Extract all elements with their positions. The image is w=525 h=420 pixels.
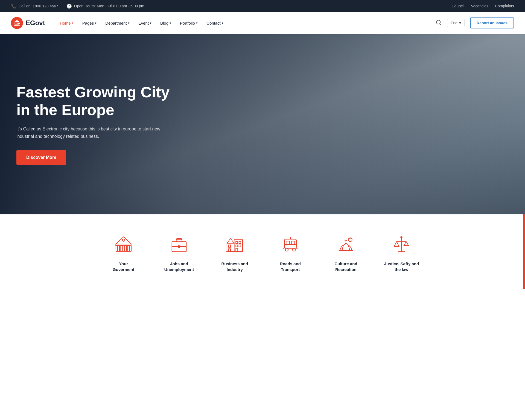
svg-rect-18	[229, 249, 231, 252]
phone-item: 📞 Call on: 1800 123 4567	[11, 4, 58, 9]
business-icon	[224, 234, 246, 255]
svg-rect-22	[239, 245, 241, 247]
dept-chevron: ▾	[128, 21, 130, 25]
svg-rect-17	[229, 245, 231, 247]
service-culture[interactable]: Culture andRecreation	[321, 228, 371, 278]
logo-icon	[11, 17, 23, 29]
language-selector[interactable]: Eng ▾	[447, 19, 465, 27]
government-icon	[113, 234, 135, 255]
nav-pages[interactable]: Pages ▾	[78, 12, 101, 34]
home-chevron: ▾	[72, 21, 74, 25]
discover-more-button[interactable]: Discover More	[16, 150, 66, 165]
blog-chevron: ▾	[170, 21, 171, 25]
svg-rect-20	[239, 242, 241, 244]
report-button[interactable]: Report an Issues	[470, 18, 514, 28]
hero-content: Fastest Growing City in the Europe It's …	[0, 83, 191, 165]
services-grid: YourGoverment Jobs andUnemployment	[98, 228, 427, 278]
contact-chevron: ▾	[222, 21, 223, 25]
nav-contact[interactable]: Contact ▾	[203, 12, 227, 34]
phone-icon: 📞	[11, 4, 16, 9]
transport-label: Roads andTransport	[280, 261, 301, 272]
complaints-link[interactable]: Complaints	[495, 4, 514, 8]
nav-portfolio[interactable]: Portfolio ▾	[176, 12, 202, 34]
nav-links: Home ▾ Pages ▾ Department ▾ Event ▾ Blog…	[56, 12, 436, 34]
svg-rect-19	[236, 242, 238, 244]
justice-label: Justice, Safty andthe law	[384, 261, 419, 272]
hero-section: Fastest Growing City in the Europe It's …	[0, 34, 525, 214]
jobs-label: Jobs andUnemployment	[164, 261, 194, 272]
transport-icon	[279, 234, 301, 255]
svg-rect-21	[236, 245, 238, 247]
service-transport[interactable]: Roads andTransport	[265, 228, 315, 278]
hero-title: Fastest Growing City in the Europe	[16, 83, 175, 119]
event-chevron: ▾	[150, 21, 151, 25]
svg-rect-23	[236, 248, 238, 252]
service-jobs[interactable]: Jobs andUnemployment	[154, 228, 204, 278]
lang-chevron: ▾	[459, 21, 461, 25]
phone-label: Call on: 1800 123 4567	[19, 4, 58, 8]
nav-home[interactable]: Home ▾	[56, 12, 77, 34]
culture-label: Culture andRecreation	[334, 261, 357, 272]
council-link[interactable]: Council	[452, 4, 465, 8]
service-your-government[interactable]: YourGoverment	[98, 228, 148, 278]
service-business[interactable]: Business andIndustry	[210, 228, 260, 278]
svg-marker-8	[116, 237, 131, 244]
logo[interactable]: EGovt	[11, 17, 45, 29]
nav-blog[interactable]: Blog ▾	[156, 12, 175, 34]
topbar-left: 📞 Call on: 1800 123 4567 🕐 Open Hours: M…	[11, 4, 144, 9]
services-section: YourGoverment Jobs andUnemployment	[0, 214, 525, 289]
svg-rect-5	[124, 246, 126, 251]
business-label: Business andIndustry	[221, 261, 248, 272]
topbar-right: Council Vacancies Complaints	[452, 4, 514, 8]
service-justice[interactable]: Justice, Safty andthe law	[377, 228, 427, 278]
portfolio-chevron: ▾	[196, 21, 198, 25]
svg-point-30	[293, 248, 296, 251]
svg-rect-16	[234, 240, 243, 252]
services-wrapper: YourGoverment Jobs andUnemployment	[0, 214, 525, 289]
svg-rect-27	[291, 241, 294, 244]
government-label: YourGoverment	[113, 261, 134, 272]
svg-rect-6	[128, 246, 130, 251]
svg-rect-2	[116, 246, 131, 251]
pages-chevron: ▾	[95, 21, 97, 25]
svg-line-1	[440, 24, 441, 25]
hero-subtitle: It's Called as Electronic city because t…	[16, 125, 164, 140]
justice-icon	[390, 234, 412, 255]
svg-rect-26	[286, 241, 289, 244]
hours-item: 🕐 Open Hours: Mon - Fri 8.00 am - 6.00 p…	[66, 4, 144, 9]
svg-rect-3	[118, 246, 119, 251]
clock-icon: 🕐	[66, 4, 72, 9]
svg-point-29	[285, 248, 288, 251]
nav-department[interactable]: Department ▾	[101, 12, 133, 34]
svg-point-9	[122, 239, 125, 241]
svg-point-0	[436, 20, 441, 24]
svg-rect-4	[121, 246, 122, 251]
nav-right: Eng ▾ Report an Issues	[436, 18, 514, 28]
vacancies-link[interactable]: Vacancies	[471, 4, 488, 8]
search-icon[interactable]	[436, 19, 442, 27]
logo-text: EGovt	[26, 19, 45, 27]
culture-icon	[335, 234, 357, 255]
jobs-icon	[168, 234, 190, 255]
navbar: EGovt Home ▾ Pages ▾ Department ▾ Event …	[0, 12, 525, 34]
topbar: 📞 Call on: 1800 123 4567 🕐 Open Hours: M…	[0, 0, 525, 12]
hours-label: Open Hours: Mon - Fri 8.00 am - 6.00 pm	[74, 4, 144, 8]
nav-event[interactable]: Event ▾	[135, 12, 155, 34]
